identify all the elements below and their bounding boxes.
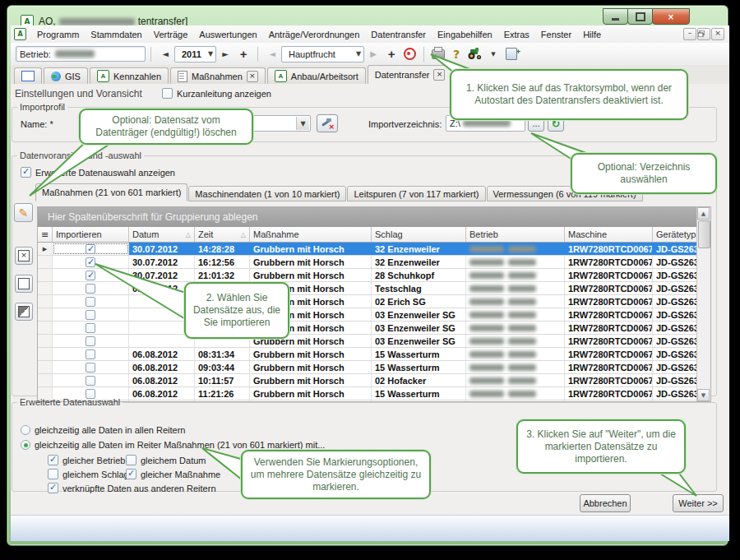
table-row[interactable]: ▸30.07.201214:28:28Grubbern mit Horsch32… bbox=[38, 243, 710, 256]
next-year-button[interactable]: ► bbox=[216, 46, 234, 62]
cell-geraetetyp: JD-GS2630 bbox=[653, 348, 699, 360]
previous-year-button[interactable]: ◄ bbox=[156, 46, 174, 62]
betrieb-field[interactable]: Betrieb: bbox=[16, 46, 146, 62]
cell-schlag: 32 Enzenweiler bbox=[372, 243, 466, 255]
next-button[interactable]: Weiter >> bbox=[673, 494, 724, 512]
add-year-button[interactable]: + bbox=[234, 46, 252, 62]
menu-eingabehilfen[interactable]: Eingabehilfen bbox=[432, 27, 498, 42]
kurzanleitung-checkbox[interactable]: Kurzanleitung anzeigen bbox=[162, 88, 271, 99]
import-checkbox-cell[interactable] bbox=[53, 269, 129, 281]
column-header-maschine[interactable]: Maschine bbox=[565, 227, 653, 242]
import-checkbox-cell[interactable] bbox=[53, 335, 129, 347]
scrollbar-thumb[interactable] bbox=[698, 220, 710, 248]
table-row[interactable]: Grubbern mit Horsch03 Enzenweiler SG1RW7… bbox=[38, 322, 710, 335]
tab-datentransfer[interactable]: Datentransfer× bbox=[368, 65, 453, 84]
invert-selection-button[interactable] bbox=[15, 303, 33, 321]
column-header-maßnahme[interactable]: Maßnahme bbox=[250, 227, 372, 242]
check-same-schlag[interactable]: gleichem Schlag bbox=[48, 469, 129, 479]
radio-all-tabs[interactable]: gleichzeitig alle Daten in allen Reitern bbox=[21, 425, 185, 435]
table-row[interactable]: 30.07.201216:12:56Grubbern mit Horsch32 … bbox=[38, 256, 710, 269]
minimize-button[interactable] bbox=[603, 8, 628, 25]
year-selector[interactable]: 2011 ▼ bbox=[174, 46, 216, 62]
menu-fenster[interactable]: Fenster bbox=[535, 27, 577, 42]
column-header-betrieb[interactable]: Betrieb bbox=[466, 227, 565, 242]
close-icon[interactable]: × bbox=[247, 71, 258, 82]
deselect-all-button[interactable] bbox=[15, 275, 33, 293]
tab-gis[interactable]: GIS bbox=[44, 67, 88, 84]
previous-crop-button[interactable]: ◄ bbox=[263, 46, 281, 62]
exit-button[interactable] bbox=[502, 46, 520, 62]
menu-extras[interactable]: Extras bbox=[498, 27, 535, 42]
redacted-betrieb bbox=[469, 338, 504, 345]
advanced-selection-checkbox[interactable]: Erweiterte Datenauswahl anzeigen bbox=[21, 167, 175, 178]
table-row[interactable]: 03.08.201220:05:00Grubbern mit HorschTes… bbox=[38, 282, 710, 295]
import-checkbox-cell[interactable] bbox=[53, 348, 129, 360]
table-vertical-scrollbar[interactable]: ▲ ▼ bbox=[696, 207, 710, 401]
table-row[interactable]: Grubbern mit Horsch03 Enzenweiler SG1RW7… bbox=[38, 308, 710, 322]
subtab-maschinendaten[interactable]: Maschinendaten (1 von 10 markiert) bbox=[188, 186, 346, 201]
import-checkbox-cell[interactable] bbox=[53, 243, 129, 255]
table-row[interactable]: 06.08.201209:03:44Grubbern mit Horsch15 … bbox=[38, 361, 710, 374]
import-checkbox-cell[interactable] bbox=[53, 256, 129, 268]
redacted-betrieb bbox=[508, 246, 536, 252]
cell-schlag: 02 Erich SG bbox=[372, 295, 466, 308]
check-same-betrieb[interactable]: gleicher Betrieb bbox=[48, 455, 125, 465]
crop-selector[interactable]: Hauptfrucht ▼ bbox=[281, 46, 364, 62]
table-row[interactable]: Grubbern mit Horsch03 Enzenweiler SG1RW7… bbox=[38, 335, 710, 348]
menu-datentransfer[interactable]: Datentransfer bbox=[365, 27, 432, 42]
import-checkbox-cell[interactable] bbox=[53, 361, 129, 373]
column-header-datum[interactable]: Datum△ bbox=[129, 227, 195, 242]
scroll-up-button[interactable]: ▲ bbox=[697, 207, 710, 220]
add-crop-button[interactable]: + bbox=[382, 46, 400, 62]
tractor-dropdown-button[interactable]: ▼ bbox=[484, 46, 502, 62]
table-row[interactable]: 06.08.201210:11:57Grubbern mit Horsch02 … bbox=[38, 374, 710, 387]
column-header-schlag[interactable]: Schlag bbox=[372, 227, 466, 242]
help-button[interactable]: ? bbox=[447, 46, 465, 62]
record-button[interactable] bbox=[400, 46, 419, 62]
menu-auswertungen[interactable]: Auswertungen bbox=[193, 27, 262, 42]
check-same-massnahme[interactable]: gleicher Maßnahme bbox=[126, 469, 220, 479]
import-checkbox-cell[interactable] bbox=[53, 374, 129, 386]
select-all-button[interactable]: × bbox=[15, 247, 33, 265]
check-linked-data[interactable]: verknüpfte Daten aus anderen Reitern bbox=[48, 483, 216, 493]
tab-anbau-arbeitsort[interactable]: AAnbau/Arbeitsort bbox=[267, 67, 366, 84]
menu-hilfe[interactable]: Hilfe bbox=[577, 27, 607, 42]
cancel-button[interactable]: Abbrechen bbox=[580, 494, 631, 512]
column-header-importieren[interactable]: Importieren bbox=[53, 227, 129, 242]
import-checkbox-cell[interactable] bbox=[53, 282, 129, 294]
checkbox-icon bbox=[48, 455, 58, 465]
menu-anträge-verordnungen[interactable]: Anträge/Verordnungen bbox=[263, 27, 366, 42]
subtab-leitspuren[interactable]: Leitspuren (7 von 117 markiert) bbox=[347, 186, 485, 201]
mdi-minimize-button[interactable]: – bbox=[683, 28, 696, 40]
grouping-bar[interactable]: Hier Spaltenüberschrift für Gruppierung … bbox=[38, 207, 710, 227]
table-row[interactable]: 06.08.201208:31:34Grubbern mit Horsch15 … bbox=[38, 348, 710, 361]
tab-kennzahlen[interactable]: AKennzahlen bbox=[90, 67, 169, 84]
column-header-gerätetyp[interactable]: Gerätetyp bbox=[653, 227, 699, 242]
close-button[interactable]: × bbox=[652, 8, 690, 25]
manage-profile-button[interactable]: × bbox=[317, 114, 338, 132]
delete-record-button[interactable]: ✎ bbox=[14, 203, 33, 222]
datatransfer-tractor-button[interactable] bbox=[465, 46, 484, 62]
mdi-restore-button[interactable] bbox=[697, 28, 710, 40]
menu-stammdaten[interactable]: Stammdaten bbox=[85, 27, 147, 42]
maximize-button[interactable] bbox=[627, 8, 653, 25]
checkbox-icon bbox=[48, 483, 58, 493]
import-checkbox-cell[interactable] bbox=[53, 295, 129, 308]
table-row[interactable]: Grubbern mit Horsch02 Erich SG1RW7280RTC… bbox=[38, 295, 710, 308]
import-checkbox-cell[interactable] bbox=[53, 322, 129, 334]
tab-home[interactable] bbox=[14, 67, 42, 84]
radio-current-tab[interactable]: gleichzeitig alle Daten im Reiter Maßnah… bbox=[21, 440, 325, 450]
table-row[interactable]: 30.07.201221:01:32Grubbern mit Horsch28 … bbox=[38, 269, 710, 282]
tab-maßnahmen[interactable]: Maßnahmen× bbox=[170, 67, 266, 84]
menu-programm[interactable]: Programm bbox=[31, 27, 85, 42]
close-icon[interactable]: × bbox=[433, 69, 445, 81]
check-same-datum[interactable]: gleichem Datum bbox=[126, 455, 206, 465]
play-button[interactable]: ▶ bbox=[364, 46, 382, 62]
print-button[interactable] bbox=[429, 46, 447, 62]
mdi-close-button[interactable]: × bbox=[711, 28, 724, 40]
subtab-maßnahmen[interactable]: Maßnahmen (21 von 601 markiert) bbox=[35, 183, 187, 201]
row-indicator bbox=[38, 361, 53, 373]
menu-verträge[interactable]: Verträge bbox=[148, 27, 194, 42]
column-header-zeit[interactable]: Zeit△ bbox=[195, 227, 250, 242]
import-checkbox-cell[interactable] bbox=[53, 308, 129, 321]
